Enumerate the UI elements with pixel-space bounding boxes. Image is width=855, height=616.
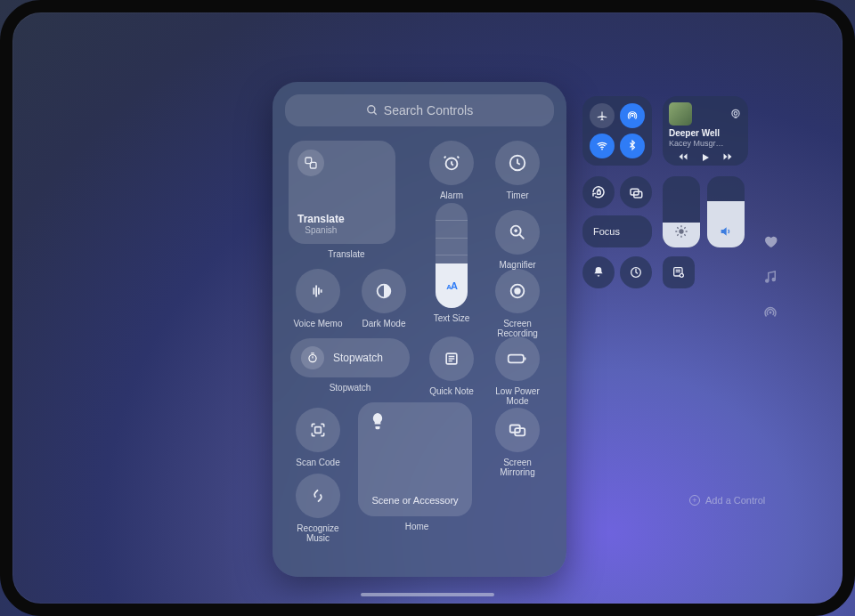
airplay-icon [729,108,742,120]
svg-line-40 [684,227,685,228]
svg-line-37 [677,227,678,228]
svg-point-24 [732,109,739,117]
quick-note-tile[interactable] [429,336,474,381]
svg-point-12 [515,288,520,294]
add-control-button[interactable]: + Add a Control [689,495,765,506]
volume-slider[interactable] [707,176,745,247]
qr-icon [309,421,327,439]
translate-title: Translate [297,213,345,225]
scan-code-tile[interactable] [296,408,340,452]
controls-palette: Search Controls Translate Spanish Transl… [273,82,566,577]
music-note-icon[interactable] [762,269,778,285]
translate-icon [304,156,318,170]
lock-rotation-icon [590,184,607,200]
note-icon [443,350,460,368]
focus-label: Focus [593,226,620,237]
dark-mode-caption: Dark Mode [358,319,410,328]
broadcast-icon[interactable] [762,304,778,320]
stopwatch-caption: Stopwatch [290,383,410,393]
timer-icon [508,153,527,173]
stopwatch-tile[interactable]: Stopwatch [290,338,410,377]
note-add-icon [672,265,686,280]
sun-icon [674,224,688,239]
bluetooth-icon [627,140,638,152]
brightness-slider[interactable] [663,176,700,247]
bell-icon [591,265,606,280]
search-placeholder: Search Controls [384,103,473,118]
screen-recording-caption: Screen Recording [492,319,543,338]
timer-button[interactable] [620,256,652,288]
page-indicator-rail [762,233,778,320]
plus-icon: + [689,495,700,506]
low-power-caption: Low Power Mode [492,386,543,406]
stage-manager-button[interactable] [620,176,652,208]
focus-button[interactable]: Focus [582,215,652,247]
alarm-icon [442,153,461,173]
play-icon[interactable] [700,151,711,164]
svg-line-1 [374,112,377,115]
wifi-icon [596,140,608,152]
svg-point-0 [368,106,375,113]
record-icon [508,281,527,301]
silent-mode-button[interactable] [582,256,615,288]
forward-icon[interactable] [721,151,734,162]
album-art [669,102,692,126]
search-icon [366,104,379,117]
svg-point-23 [601,149,603,150]
airdrop-button[interactable] [620,103,645,128]
heart-icon[interactable] [762,233,778,249]
svg-rect-17 [509,355,524,363]
alarm-tile[interactable] [429,141,474,185]
voice-memo-tile[interactable] [296,269,340,313]
airplane-icon [596,109,608,122]
timer-tile[interactable] [495,141,540,185]
lightbulb-icon [369,411,387,433]
dark-mode-tile[interactable] [362,269,406,313]
rewind-icon[interactable] [677,151,689,162]
screen-mirroring-caption: Screen Mirroring [492,458,543,477]
home-scene-tile[interactable]: Scene or Accessory [358,402,472,516]
svg-rect-26 [598,191,601,195]
media-artist: Kacey Musgr… [669,139,742,148]
translate-caption: Translate [289,249,404,259]
wifi-button[interactable] [590,134,615,158]
alarm-caption: Alarm [426,190,477,200]
control-center: Deeper Well Kacey Musgr… Focus [582,96,787,559]
screen-recording-tile[interactable] [495,269,540,313]
low-power-tile[interactable] [495,336,540,381]
add-control-label: Add a Control [705,495,765,506]
orientation-lock-button[interactable] [582,176,615,208]
text-size-tile[interactable]: AA [436,203,468,308]
timer-icon [629,265,643,280]
bluetooth-button[interactable] [620,134,645,158]
search-controls[interactable]: Search Controls [285,94,554,126]
svg-line-39 [677,234,678,235]
translate-tile[interactable]: Translate Spanish [289,141,395,244]
stage-manager-icon [628,184,644,200]
svg-rect-18 [525,357,526,360]
svg-rect-19 [315,427,322,434]
home-indicator[interactable] [361,593,494,596]
home-caption: Home [358,522,476,531]
recognize-music-tile[interactable] [296,474,340,518]
svg-line-7 [519,234,524,239]
battery-icon [507,350,528,368]
airplane-mode-button[interactable] [590,103,615,128]
stopwatch-label: Stopwatch [333,352,383,364]
airdrop-icon [626,109,639,122]
voice-memo-caption: Voice Memo [292,319,344,328]
screen-mirroring-tile[interactable] [495,408,540,452]
svg-point-25 [734,112,737,116]
connectivity-cluster[interactable] [582,96,652,166]
notes-button[interactable] [663,256,695,288]
timer-caption: Timer [492,190,543,200]
magnifier-tile[interactable] [495,210,540,255]
speaker-icon [719,224,733,239]
scan-code-caption: Scan Code [292,458,344,467]
text-size-caption: Text Size [424,313,479,323]
waveform-icon [308,281,328,301]
quick-note-caption: Quick Note [426,386,477,396]
dark-mode-icon [374,281,394,301]
media-tile[interactable]: Deeper Well Kacey Musgr… [663,96,748,166]
home-scene-text: Scene or Accessory [358,495,472,506]
